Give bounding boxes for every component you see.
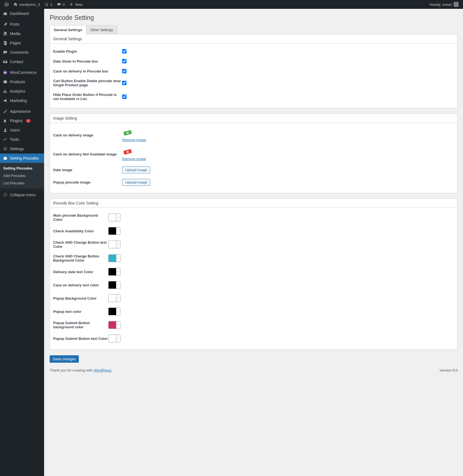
mail-icon bbox=[3, 59, 8, 64]
chevron-down-icon bbox=[116, 214, 120, 221]
chevron-down-icon bbox=[116, 308, 120, 315]
howdy-link[interactable]: Howdy, ocean bbox=[427, 0, 461, 9]
submenu-add-pincodes[interactable]: Add Pincodes bbox=[0, 172, 44, 179]
color-swatch bbox=[109, 308, 116, 315]
field-label: Date Show In Pincode box bbox=[53, 59, 122, 63]
sidebar-item-woocommerce[interactable]: WooCommerce bbox=[0, 68, 44, 77]
sidebar-item-users[interactable]: Users bbox=[0, 125, 44, 135]
color-swatch bbox=[109, 321, 116, 329]
avatar bbox=[454, 2, 459, 7]
upload-image-button[interactable]: Upload image bbox=[122, 179, 150, 186]
update-icon bbox=[44, 2, 49, 7]
checkbox-2[interactable] bbox=[122, 69, 126, 73]
site-name: wordpress_3 bbox=[19, 2, 40, 7]
save-changes-button[interactable]: Save changes bbox=[50, 355, 79, 363]
field-label: Cash on delivery In Pincode box bbox=[53, 69, 122, 73]
sidebar-item-label: WooCommerce bbox=[10, 70, 37, 75]
chevron-down-icon bbox=[116, 241, 120, 248]
howdy-label: Howdy, ocean bbox=[430, 2, 452, 7]
chevron-down-icon bbox=[116, 281, 120, 289]
remove-image-link[interactable]: Remove image bbox=[122, 157, 146, 161]
sidebar-item-analytics[interactable]: Analytics bbox=[0, 87, 44, 96]
pincode-icon bbox=[3, 156, 8, 161]
sidebar-item-appearance[interactable]: Appearance bbox=[0, 107, 44, 116]
woo-icon bbox=[3, 70, 8, 75]
submenu-setting-pincodes[interactable]: Setting Pincodes bbox=[0, 165, 44, 172]
field-label: Check AND Change Button text Color bbox=[53, 240, 108, 249]
field-label: Popup Submit Button text Color bbox=[53, 337, 108, 341]
color-picker[interactable] bbox=[108, 294, 120, 302]
chevron-down-icon bbox=[116, 268, 120, 276]
appearance-icon bbox=[3, 109, 8, 114]
wp-logo[interactable] bbox=[2, 0, 11, 9]
upload-image-button[interactable]: Upload image bbox=[122, 166, 150, 173]
color-swatch bbox=[109, 294, 116, 302]
sidebar-item-label: Products bbox=[10, 80, 25, 84]
color-picker[interactable] bbox=[108, 308, 120, 315]
sidebar-item-comments[interactable]: Comments bbox=[0, 48, 44, 57]
plugin-icon bbox=[3, 118, 8, 123]
footer-wordpress-link[interactable]: WordPress bbox=[94, 368, 111, 372]
sidebar-item-label: Analytics bbox=[10, 89, 25, 93]
site-link[interactable]: wordpress_3 bbox=[11, 0, 42, 9]
sidebar-submenu: Setting Pincodes Add Pincodes List Pinco… bbox=[0, 163, 44, 189]
postbox-general: General Settings Enable PluginDate Show … bbox=[50, 34, 457, 108]
sidebar-item-label: Settings bbox=[10, 147, 24, 151]
color-swatch bbox=[109, 227, 116, 235]
checkbox-1[interactable] bbox=[122, 59, 126, 63]
analytics-icon bbox=[3, 89, 8, 94]
sidebar-item-label: Comments bbox=[10, 50, 29, 55]
sidebar-item-setting-pincodes[interactable]: Setting Pincodes bbox=[0, 154, 44, 163]
settings-icon bbox=[3, 146, 8, 151]
tab-general-settings[interactable]: General Settings bbox=[50, 25, 86, 34]
updates-count: 2 bbox=[50, 2, 52, 7]
field-label: Cash on delivery Not Availabel image bbox=[53, 152, 122, 156]
field-label: Popup Submit Button background color bbox=[53, 321, 108, 329]
color-picker[interactable] bbox=[108, 281, 120, 289]
color-swatch bbox=[109, 268, 116, 276]
sidebar-item-label: Appearance bbox=[10, 109, 31, 114]
sidebar-item-label: Pages bbox=[10, 41, 21, 45]
sidebar-item-settings[interactable]: Settings bbox=[0, 144, 44, 154]
sidebar-item-products[interactable]: Products bbox=[0, 77, 44, 87]
checkbox-3[interactable] bbox=[122, 81, 126, 85]
sidebar-item-contact[interactable]: Contact bbox=[0, 57, 44, 66]
comment-icon bbox=[57, 2, 61, 7]
comments-link[interactable]: 0 bbox=[55, 0, 67, 9]
chevron-down-icon bbox=[116, 335, 120, 342]
field-label: Popup Background Color bbox=[53, 296, 108, 300]
sidebar-item-dashboard[interactable]: Dashboard bbox=[0, 9, 44, 18]
color-picker[interactable] bbox=[108, 254, 120, 262]
color-picker[interactable] bbox=[108, 241, 120, 248]
collapse-icon bbox=[3, 192, 8, 197]
color-picker[interactable] bbox=[108, 214, 120, 221]
wordpress-icon bbox=[4, 2, 9, 7]
field-label: Popup text color bbox=[53, 310, 108, 314]
sidebar-item-tools[interactable]: Tools bbox=[0, 135, 44, 144]
color-picker[interactable] bbox=[108, 321, 120, 329]
users-icon bbox=[3, 128, 8, 133]
sidebar-item-media[interactable]: Media bbox=[0, 29, 44, 38]
color-picker[interactable] bbox=[108, 227, 120, 235]
postbox-image: Image Setting Cash on delivery imageRemo… bbox=[50, 114, 457, 193]
color-swatch bbox=[109, 254, 116, 262]
plugins-badge: 1 bbox=[26, 119, 31, 123]
submenu-list-pincodes[interactable]: List Pincodes bbox=[0, 179, 44, 187]
color-picker[interactable] bbox=[108, 268, 120, 276]
updates-link[interactable]: 2 bbox=[42, 0, 54, 9]
remove-image-link[interactable]: Remove image bbox=[122, 138, 146, 142]
checkbox-0[interactable] bbox=[122, 49, 126, 53]
sidebar-item-marketing[interactable]: Marketing bbox=[0, 96, 44, 105]
color-swatch bbox=[109, 241, 116, 248]
sidebar-item-label: Setting Pincodes bbox=[10, 156, 39, 160]
tab-other-settings[interactable]: Other Settings bbox=[86, 25, 117, 34]
color-picker[interactable] bbox=[108, 335, 120, 342]
checkbox-4[interactable] bbox=[122, 95, 126, 99]
sidebar-item-pages[interactable]: Pages bbox=[0, 38, 44, 48]
field-label: Popup pincode image bbox=[53, 180, 122, 184]
sidebar-item-posts[interactable]: Posts bbox=[0, 20, 44, 29]
collapse-menu[interactable]: Collapse menu bbox=[0, 190, 44, 200]
sidebar-item-plugins[interactable]: Plugins 1 bbox=[0, 116, 44, 125]
tools-icon bbox=[3, 137, 8, 142]
new-link[interactable]: New bbox=[67, 0, 85, 9]
